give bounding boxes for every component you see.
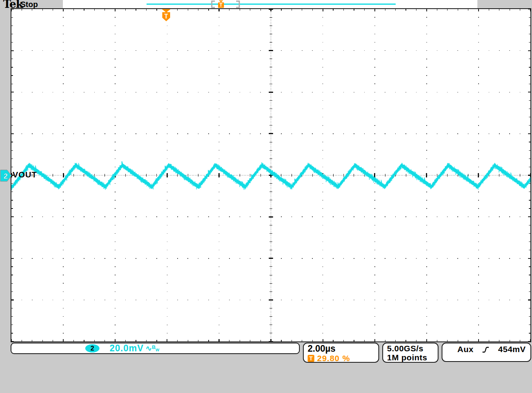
acquisition-readout[interactable]: 5.00GS/s 1M points xyxy=(382,343,438,363)
ac-coupling-icon: ∿ xyxy=(146,344,152,353)
rising-edge-icon xyxy=(482,346,490,354)
channel2-badge: 2 xyxy=(85,344,99,352)
trigger-position-marker[interactable]: T xyxy=(161,9,171,22)
left-bracket-icon xyxy=(212,1,215,7)
channel2-scale: 20.0mV xyxy=(110,343,144,354)
channel2-badge-number: 2 xyxy=(90,345,94,352)
top-bar: Tek Stop T xyxy=(0,0,532,8)
right-bracket-icon xyxy=(236,1,239,7)
waveform-display xyxy=(11,9,530,341)
record-window-brackets[interactable]: T xyxy=(210,0,241,8)
trigger-position-readout: T 29.80 % xyxy=(308,354,378,363)
trigger-source: Aux xyxy=(457,345,473,354)
trigger-arrow-icon xyxy=(162,9,171,13)
channel2-position-marker[interactable]: 2 xyxy=(0,170,12,182)
sample-rate: 5.00GS/s xyxy=(387,344,438,353)
trigger-position-percent: 29.80 % xyxy=(317,354,350,363)
timebase-scale: 2.00µs xyxy=(308,344,378,353)
record-waveform-bar xyxy=(147,4,396,5)
channel2-readout[interactable]: 2 20.0mV ∿ Bw xyxy=(11,343,300,354)
record-trigger-icon: T xyxy=(220,2,223,8)
trigger-level: 454mV xyxy=(498,345,526,354)
timebase-readout[interactable]: 2.00µs T 29.80 % xyxy=(303,343,379,363)
record-length: 1M points xyxy=(387,353,438,362)
bandwidth-limit-icon: Bw xyxy=(152,344,159,353)
channel-label: VOUT xyxy=(13,170,37,179)
channel2-arrow-number: 2 xyxy=(4,172,8,180)
trigger-icon: T xyxy=(308,355,314,362)
trigger-readout[interactable]: Aux 454mV xyxy=(442,343,531,362)
acquisition-status: Stop xyxy=(20,0,38,9)
trigger-icon: T xyxy=(164,13,168,20)
graticule: T VOUT xyxy=(11,8,531,342)
